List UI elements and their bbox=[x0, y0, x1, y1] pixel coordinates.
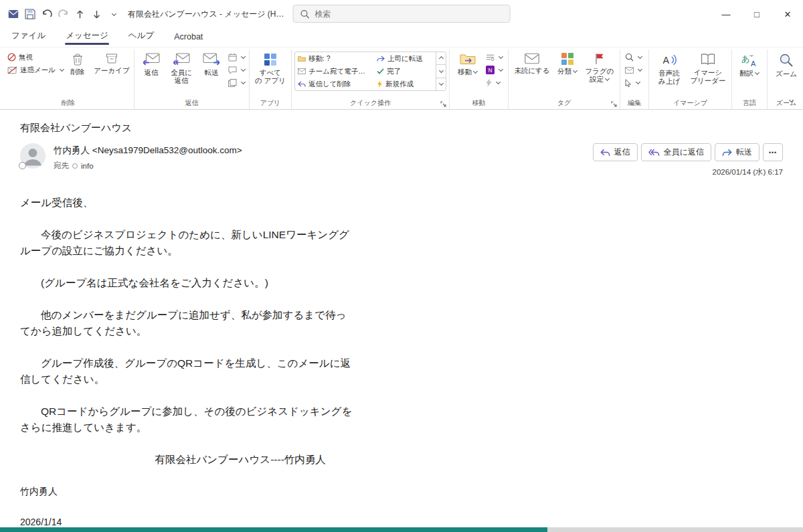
archive-icon bbox=[106, 53, 118, 64]
more-respond-actions-button[interactable] bbox=[226, 76, 246, 89]
categorize-button[interactable]: 分類 bbox=[553, 51, 582, 77]
reading-pane: 有限会社バンブーハウス 竹内勇人 <Neysa1979Della532@outl… bbox=[0, 110, 803, 532]
reply-button[interactable]: 返信 bbox=[137, 51, 165, 78]
body-paragraph: メール受信後、 bbox=[20, 195, 783, 211]
reply-all-header-button[interactable]: 全員に返信 bbox=[641, 143, 711, 161]
quick-step-done[interactable]: 完了 bbox=[374, 65, 436, 78]
ribbon-group-quick-steps: 移動: ? 上司に転送 チーム宛て電子メール bbox=[291, 50, 449, 109]
quick-step-move-to[interactable]: 移動: ? bbox=[295, 52, 374, 65]
ribbon-group-immersive: A 音声読 み上げ イマーシ ブリーダー イマーシブ bbox=[648, 50, 731, 109]
dropdown-chevron-icon bbox=[638, 67, 642, 72]
onenote-icon: N bbox=[486, 66, 495, 74]
quick-step-create-new[interactable]: 新規作成 bbox=[374, 78, 436, 90]
gallery-more-button[interactable] bbox=[436, 78, 446, 90]
immersive-reader-button[interactable]: イマーシ ブリーダー bbox=[687, 51, 729, 87]
quick-access-toolbar bbox=[5, 5, 121, 23]
tab-acrobat[interactable]: Acrobat bbox=[173, 29, 203, 47]
minimize-button[interactable]: — bbox=[711, 0, 741, 28]
move-button[interactable]: 移動 bbox=[452, 51, 483, 78]
select-button[interactable] bbox=[623, 76, 646, 89]
scroll-up-button[interactable] bbox=[436, 52, 446, 64]
more-actions-button[interactable]: ⋯ bbox=[763, 143, 783, 161]
to-recipient[interactable]: info bbox=[81, 162, 94, 170]
customize-qat-chevron-icon[interactable] bbox=[106, 5, 121, 23]
ribbon-group-tags: 未読にする 分類 フラグの 設定 タグ bbox=[508, 50, 620, 109]
dropdown-chevron-icon bbox=[241, 54, 246, 59]
quick-step-team-email[interactable]: チーム宛て電子メール bbox=[295, 65, 374, 78]
chevron-down-icon bbox=[788, 97, 793, 102]
undo-icon[interactable] bbox=[39, 5, 54, 23]
mark-unread-button[interactable]: 未読にする bbox=[511, 51, 553, 76]
bottom-scrollbar-thumb[interactable] bbox=[0, 527, 547, 532]
unread-envelope-icon bbox=[525, 53, 539, 64]
quick-step-reply-delete[interactable]: 返信して削除 bbox=[295, 78, 374, 90]
search-box[interactable] bbox=[293, 5, 511, 23]
apps-grid-icon bbox=[264, 53, 277, 66]
tags-dialog-launcher[interactable] bbox=[610, 100, 618, 108]
related-button[interactable] bbox=[623, 64, 646, 76]
reply-all-button[interactable]: 全員に 返信 bbox=[166, 51, 197, 87]
follow-up-flag-button[interactable]: フラグの 設定 bbox=[582, 51, 617, 86]
forward-header-button[interactable]: 転送 bbox=[715, 143, 760, 161]
window-title: 有限会社バンブーハウス - メッセージ (HTML 形式) bbox=[128, 9, 288, 20]
dropdown-chevron-icon bbox=[605, 76, 610, 81]
message-header: 竹内勇人 <Neysa1979Della532@outlook.com> 宛先 … bbox=[20, 143, 783, 177]
folder-icon bbox=[298, 56, 306, 62]
find-button[interactable] bbox=[623, 51, 646, 64]
archive-button[interactable]: アーカイブ bbox=[92, 51, 131, 76]
delete-button[interactable]: 削除 bbox=[64, 51, 92, 78]
search-input[interactable] bbox=[315, 9, 503, 19]
collapse-ribbon-button[interactable] bbox=[785, 94, 797, 105]
reply-header-button[interactable]: 返信 bbox=[593, 143, 638, 161]
onenote-button[interactable]: N bbox=[484, 64, 505, 76]
dropdown-chevron-icon bbox=[241, 67, 246, 72]
check-icon bbox=[377, 68, 384, 74]
group-label-tags: タグ bbox=[509, 98, 620, 108]
zoom-button[interactable]: ズーム bbox=[770, 51, 802, 80]
im-reply-button[interactable] bbox=[226, 64, 246, 76]
svg-text:あ: あ bbox=[741, 54, 749, 64]
quick-step-forward-to-manager[interactable]: 上司に転送 bbox=[374, 52, 436, 65]
window-controls: — □ ✕ bbox=[711, 0, 803, 28]
dropdown-chevron-icon bbox=[499, 54, 503, 59]
meeting-button[interactable] bbox=[226, 51, 246, 64]
tab-file[interactable]: ファイル bbox=[11, 27, 46, 47]
zoom-magnifier-icon bbox=[779, 53, 794, 68]
tab-message[interactable]: メッセージ bbox=[65, 27, 109, 47]
tab-help[interactable]: ヘルプ bbox=[128, 27, 155, 47]
read-aloud-button[interactable]: A 音声読 み上げ bbox=[652, 51, 687, 88]
dropdown-chevron-icon bbox=[636, 80, 640, 84]
forward-icon bbox=[203, 53, 220, 66]
search-icon bbox=[300, 9, 310, 19]
dropdown-chevron-icon bbox=[638, 54, 642, 59]
sender-name-email[interactable]: 竹内勇人 <Neysa1979Della532@outlook.com> bbox=[54, 145, 242, 157]
forward-button[interactable]: 転送 bbox=[197, 51, 226, 78]
close-button[interactable]: ✕ bbox=[772, 0, 803, 28]
quick-steps-dialog-launcher[interactable] bbox=[440, 100, 447, 108]
junk-button[interactable]: 迷惑メール bbox=[5, 64, 63, 76]
ribbon: 無視 迷惑メール 削除 bbox=[0, 47, 803, 110]
scroll-down-button[interactable] bbox=[436, 64, 446, 77]
rules-button[interactable] bbox=[484, 51, 505, 64]
previous-item-icon[interactable] bbox=[72, 5, 88, 23]
redo-icon[interactable] bbox=[56, 5, 71, 23]
save-icon[interactable] bbox=[22, 5, 37, 23]
reply-all-icon bbox=[173, 53, 190, 66]
actions-button[interactable] bbox=[484, 76, 505, 89]
sender-avatar[interactable] bbox=[20, 143, 46, 169]
reply-all-icon bbox=[648, 149, 660, 157]
all-apps-button[interactable]: すべて の アプリ bbox=[252, 51, 288, 87]
maximize-button[interactable]: □ bbox=[741, 0, 772, 28]
dropdown-chevron-icon bbox=[496, 80, 501, 84]
next-item-icon[interactable] bbox=[89, 5, 104, 23]
translate-button[interactable]: あA 翻訳 bbox=[735, 51, 764, 79]
ignore-button[interactable]: 無視 bbox=[5, 51, 63, 64]
chevron-down-icon bbox=[438, 68, 443, 73]
message-subject: 有限会社バンブーハウス bbox=[20, 122, 783, 135]
find-magnifier-icon bbox=[625, 53, 634, 62]
read-aloud-icon: A bbox=[661, 53, 677, 67]
presence-badge-icon bbox=[19, 162, 26, 169]
dropdown-chevron-icon bbox=[473, 69, 478, 74]
dropdown-chevron-icon bbox=[241, 80, 246, 84]
bottom-scrollbar-track bbox=[0, 527, 803, 532]
